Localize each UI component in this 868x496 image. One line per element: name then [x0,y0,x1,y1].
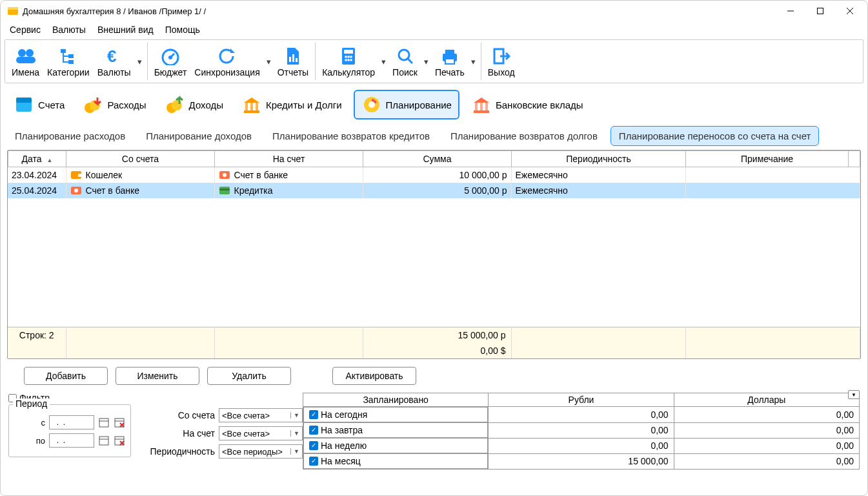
check-icon[interactable]: ✓ [309,441,318,450]
income-icon [165,95,185,114]
footer-row-usd: 0,00 $ [8,343,860,358]
menu-service[interactable]: Сервис [5,23,46,37]
col-to[interactable]: На счет [215,151,363,167]
calendar-icon[interactable] [98,435,110,446]
svg-rect-57 [99,418,108,427]
subtab-plan-transfers[interactable]: Планирование переносов со счета на счет [611,126,820,146]
svg-text:€: € [107,46,116,66]
activate-button[interactable]: Активировать [332,367,416,385]
print-dropdown[interactable]: ▾ [469,57,478,67]
toolbar-budget[interactable]: Бюджет [150,40,191,83]
calculator-dropdown[interactable]: ▾ [379,57,389,67]
calendar-clear-icon[interactable] [114,417,125,428]
add-button[interactable]: Добавить [24,367,108,385]
maximize-button[interactable] [805,1,835,21]
svg-point-15 [168,56,172,59]
sync-icon [217,45,237,67]
periodicity-select[interactable]: <Все периоды>▼ [219,444,303,459]
calendar-clear-icon[interactable] [114,435,125,446]
section-expenses[interactable]: Расходы [76,91,152,118]
toolbar-reports[interactable]: Отчеты [274,40,312,83]
to-account-select[interactable]: <Все счета>▼ [219,426,303,440]
col-date[interactable]: Дата▲ [8,151,66,167]
period-legend: Период [13,398,50,409]
svg-rect-63 [99,437,108,445]
subtab-plan-income[interactable]: Планирование доходов [138,127,259,145]
svg-rect-18 [296,58,298,62]
col-note[interactable]: Примечание [686,151,849,167]
search-icon [396,45,414,67]
period-from-input[interactable] [49,415,94,429]
svg-point-54 [74,189,78,192]
check-icon[interactable]: ✓ [309,410,318,419]
svg-line-28 [408,59,412,63]
svg-rect-8 [16,57,35,63]
panel-collapse-button[interactable]: ▼ [848,390,860,399]
svg-rect-40 [250,103,253,110]
svg-point-22 [347,56,350,58]
euro-icon: € [105,45,124,67]
svg-point-27 [399,50,409,60]
section-planning[interactable]: Планирование [354,90,459,119]
toolbar-exit[interactable]: Выход [484,40,519,83]
from-account-label: Со счета [144,410,215,420]
calendar-icon[interactable] [98,417,110,428]
close-button[interactable] [835,1,865,21]
scrollbar-gutter [849,151,860,167]
planning-icon [361,95,382,114]
col-period[interactable]: Периодичность [512,151,686,167]
svg-rect-46 [480,103,483,110]
bank-icon [241,95,262,114]
chevron-down-icon: ▼ [290,448,299,455]
sub-tabs: Планирование расходов Планирование доход… [1,123,867,150]
section-credits[interactable]: Кредиты и Долги [235,91,348,118]
toolbar-currencies[interactable]: €Валюты [94,40,135,83]
currencies-dropdown[interactable]: ▾ [135,57,145,67]
menu-appearance[interactable]: Внешний вид [92,23,159,37]
toolbar-categories[interactable]: Категории [43,40,94,83]
svg-rect-11 [68,60,74,64]
minimize-button[interactable] [776,1,805,21]
toolbar-sync[interactable]: Синхронизация [190,40,263,83]
section-accounts[interactable]: Счета [7,91,71,118]
subtab-plan-debt-return[interactable]: Планирование возвратов долгов [443,127,605,145]
subtab-plan-credit-return[interactable]: Планирование возвратов кредитов [265,127,438,145]
wallet-icon [14,95,34,114]
svg-rect-16 [289,57,291,62]
period-to-input[interactable] [49,433,94,448]
col-from[interactable]: Со счета [66,151,215,167]
toolbar-search[interactable]: Поиск [389,40,421,83]
toolbar-print[interactable]: Печать [431,40,469,83]
window-title: Домашняя бухгалтерия 8 / Иванов /Пример … [23,6,776,16]
delete-button[interactable]: Удалить [207,367,291,385]
svg-point-52 [223,173,227,177]
from-account-select[interactable]: <Все счета>▼ [219,408,303,422]
bank-small-icon [70,185,82,196]
report-icon [285,45,301,67]
menu-help[interactable]: Помощь [160,23,205,37]
titlebar: Домашняя бухгалтерия 8 / Иванов /Пример … [1,1,867,21]
data-table: Дата▲ Со счета На счет Сумма Периодичнос… [7,150,861,359]
toolbar-names[interactable]: Имена [8,40,43,83]
sync-dropdown[interactable]: ▾ [264,57,274,67]
col-sum[interactable]: Сумма [363,151,512,167]
section-deposits[interactable]: Банковские вклады [465,91,590,118]
svg-point-23 [350,56,352,58]
section-income[interactable]: Доходы [158,91,230,118]
edit-button[interactable]: Изменить [116,367,199,385]
toolbar-calculator[interactable]: Калькулятор [318,40,379,83]
check-icon[interactable]: ✓ [309,457,318,466]
search-dropdown[interactable]: ▾ [421,57,431,67]
svg-rect-3 [818,8,823,14]
app-icon [7,5,19,17]
svg-point-26 [350,59,352,61]
check-icon[interactable]: ✓ [309,426,318,435]
menu-currencies[interactable]: Валюты [47,23,91,37]
table-row[interactable]: 23.04.2024 Кошелек Счет в банке 10 000,0… [8,167,860,183]
svg-rect-39 [245,103,248,110]
footer-row-count: Строк: 2 15 000,00 р [8,327,860,344]
table-row[interactable]: 25.04.2024 Счет в банке Кредитка 5 000,0… [8,183,860,198]
svg-point-24 [345,59,347,61]
subtab-plan-expenses[interactable]: Планирование расходов [7,127,133,145]
main-toolbar: Имена Категории €Валюты ▾ Бюджет Синхрон… [5,39,863,83]
